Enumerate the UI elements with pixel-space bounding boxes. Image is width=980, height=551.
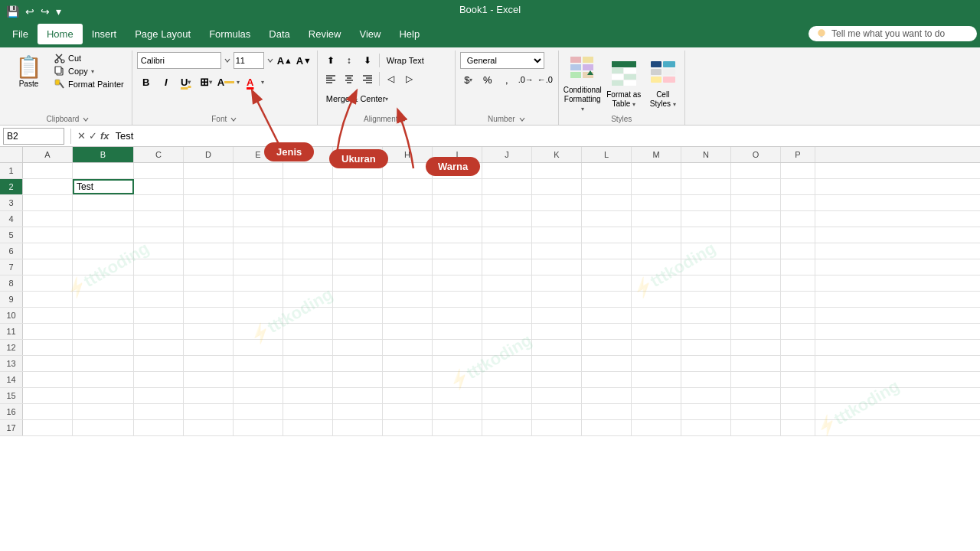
bottom-align-button[interactable]: ⬇ <box>359 52 376 69</box>
cell-G2[interactable] <box>333 179 383 194</box>
cell-G6[interactable] <box>333 243 383 259</box>
font-color-dropdown[interactable]: ▾ <box>261 79 264 86</box>
cell-A6[interactable] <box>23 243 73 259</box>
cell-M13[interactable] <box>632 356 681 371</box>
cell-I13[interactable] <box>433 356 482 371</box>
cell-A8[interactable] <box>23 276 73 291</box>
cell-E10[interactable] <box>234 308 283 323</box>
cell-N10[interactable] <box>681 308 731 323</box>
cell-O8[interactable] <box>731 276 781 291</box>
col-header-K[interactable]: K <box>532 147 582 162</box>
cell-G8[interactable] <box>333 276 383 291</box>
cell-C14[interactable] <box>134 372 184 387</box>
cell-P10[interactable] <box>781 308 815 323</box>
cell-M1[interactable] <box>632 163 681 178</box>
cell-M10[interactable] <box>632 308 681 323</box>
cell-J5[interactable] <box>482 227 532 243</box>
cell-A1[interactable] <box>23 163 73 178</box>
cell-I12[interactable] <box>433 340 482 355</box>
col-header-M[interactable]: M <box>632 147 681 162</box>
cell-A17[interactable] <box>23 420 73 435</box>
cell-H6[interactable] <box>383 243 433 259</box>
row-number-15[interactable]: 15 <box>0 388 23 403</box>
cell-I11[interactable] <box>433 324 482 339</box>
cell-D12[interactable] <box>184 340 234 355</box>
increase-font-button[interactable]: A▲ <box>276 52 293 69</box>
cell-C2[interactable] <box>134 179 184 194</box>
cell-P6[interactable] <box>781 243 815 259</box>
cell-N5[interactable] <box>681 227 731 243</box>
cell-A5[interactable] <box>23 227 73 243</box>
cell-L15[interactable] <box>582 388 632 403</box>
row-number-12[interactable]: 12 <box>0 340 23 355</box>
cell-C15[interactable] <box>134 388 184 403</box>
col-header-I[interactable]: I <box>433 147 482 162</box>
cell-H11[interactable] <box>383 324 433 339</box>
cell-O11[interactable] <box>731 324 781 339</box>
cell-F13[interactable] <box>283 356 333 371</box>
cell-C7[interactable] <box>134 259 184 275</box>
row-number-13[interactable]: 13 <box>0 356 23 371</box>
number-expand-icon[interactable] <box>518 116 526 123</box>
cell-D3[interactable] <box>184 195 234 210</box>
cell-F3[interactable] <box>283 195 333 210</box>
cell-O16[interactable] <box>731 404 781 419</box>
italic-button[interactable]: I <box>157 73 175 91</box>
row-number-10[interactable]: 10 <box>0 308 23 323</box>
cell-G4[interactable] <box>333 211 383 227</box>
menu-view[interactable]: View <box>350 24 390 44</box>
cell-H17[interactable] <box>383 420 433 435</box>
cell-B9[interactable] <box>73 292 134 307</box>
menu-review[interactable]: Review <box>299 24 351 44</box>
cell-M16[interactable] <box>632 404 681 419</box>
cell-K1[interactable] <box>532 163 582 178</box>
cell-M7[interactable] <box>632 259 681 275</box>
cell-N3[interactable] <box>681 195 731 210</box>
cell-M4[interactable] <box>632 211 681 227</box>
cell-E13[interactable] <box>234 356 283 371</box>
cell-O10[interactable] <box>731 308 781 323</box>
cell-C11[interactable] <box>134 324 184 339</box>
cell-L8[interactable] <box>582 276 632 291</box>
cancel-formula-button[interactable]: ✕ <box>77 130 86 142</box>
cell-O14[interactable] <box>731 372 781 387</box>
font-color-button[interactable]: A <box>241 73 260 91</box>
cell-L7[interactable] <box>582 259 632 275</box>
cell-D16[interactable] <box>184 404 234 419</box>
cell-H7[interactable] <box>383 259 433 275</box>
cell-J13[interactable] <box>482 356 532 371</box>
cell-D2[interactable] <box>184 179 234 194</box>
cell-O12[interactable] <box>731 340 781 355</box>
paste-button[interactable]: 📋 Paste <box>9 52 48 90</box>
cell-I8[interactable] <box>433 276 482 291</box>
cell-F15[interactable] <box>283 388 333 403</box>
cell-C5[interactable] <box>134 227 184 243</box>
cell-G7[interactable] <box>333 259 383 275</box>
row-number-16[interactable]: 16 <box>0 404 23 419</box>
function-button[interactable]: fx <box>100 130 109 142</box>
cell-J12[interactable] <box>482 340 532 355</box>
right-align-button[interactable] <box>359 70 376 87</box>
cell-J1[interactable] <box>482 163 532 178</box>
row-number-4[interactable]: 4 <box>0 211 23 227</box>
borders-button[interactable]: ⊞▾ <box>197 73 215 91</box>
cell-D17[interactable] <box>184 420 234 435</box>
cell-N13[interactable] <box>681 356 731 371</box>
cell-E9[interactable] <box>234 292 283 307</box>
format-as-table-button[interactable]: Format asTable ▾ <box>605 57 643 109</box>
cell-J16[interactable] <box>482 404 532 419</box>
cell-A2[interactable] <box>23 179 73 194</box>
row-number-1[interactable]: 1 <box>0 163 23 178</box>
cell-B2[interactable]: Test <box>73 179 134 194</box>
cell-D7[interactable] <box>184 259 234 275</box>
cell-K3[interactable] <box>532 195 582 210</box>
cell-P13[interactable] <box>781 356 815 371</box>
cell-I1[interactable] <box>433 163 482 178</box>
col-header-A[interactable]: A <box>23 147 73 162</box>
cell-I16[interactable] <box>433 404 482 419</box>
cell-C4[interactable] <box>134 211 184 227</box>
cell-M3[interactable] <box>632 195 681 210</box>
cell-I6[interactable] <box>433 243 482 259</box>
cell-H2[interactable] <box>383 179 433 194</box>
cell-F11[interactable] <box>283 324 333 339</box>
